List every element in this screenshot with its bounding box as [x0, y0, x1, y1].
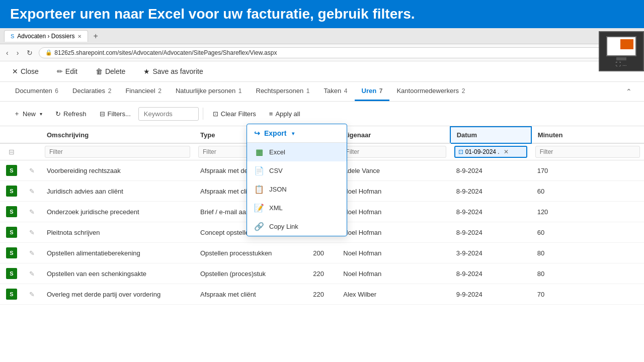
- monitor-label: ⛶ ...: [616, 61, 626, 67]
- browser-tab[interactable]: S Advocaten › Dossiers ✕: [4, 30, 88, 42]
- edit-action[interactable]: ✏ Edit: [53, 65, 82, 77]
- plus-icon: ＋: [14, 109, 20, 118]
- row-datum: 8-9-2024: [450, 181, 531, 202]
- back-button[interactable]: ‹: [4, 48, 11, 58]
- tab-close-btn[interactable]: ✕: [77, 34, 82, 39]
- row-omschrijving: Opstellen alimentatieberekening: [41, 243, 194, 263]
- filter-minuten-cell: [531, 143, 644, 160]
- row-type: Afspraak met cliënt: [194, 284, 307, 305]
- export-xml-item[interactable]: 📝 XML: [247, 199, 347, 217]
- keywords-input[interactable]: [138, 107, 199, 121]
- export-arrow-icon: ↪: [254, 129, 260, 137]
- favorite-action[interactable]: ★ Save as favorite: [139, 65, 207, 77]
- tab-natuurlijke-count: 1: [238, 87, 242, 95]
- row-omschrijving: Pleitnota schrijven: [41, 222, 194, 243]
- col-datum[interactable]: Datum: [450, 127, 531, 143]
- filters-button[interactable]: ⊟ Filters...: [94, 107, 136, 121]
- edit-pencil-icon[interactable]: ✎: [29, 167, 35, 174]
- copylink-label: Copy Link: [269, 223, 298, 230]
- row-edit-cell: ✎: [23, 284, 41, 305]
- export-excel-item[interactable]: ▦ Excel: [247, 143, 347, 161]
- excel-icon: ▦: [254, 147, 264, 157]
- tab-taken[interactable]: Taken 4: [316, 82, 354, 101]
- sp-file-icon: S: [6, 289, 17, 300]
- toolbar: ＋ New ▾ ↻ Refresh ⊟ Filters... ⊡ Clear F…: [0, 102, 644, 126]
- csv-label: CSV: [269, 167, 283, 174]
- json-label: JSON: [269, 186, 287, 193]
- new-button[interactable]: ＋ New ▾: [8, 106, 48, 122]
- row-datum: 9-9-2024: [450, 284, 531, 305]
- new-tab-button[interactable]: +: [90, 31, 101, 42]
- row-tarief: 220: [307, 263, 337, 284]
- row-filter-icon: ⊟: [9, 148, 15, 156]
- apply-all-button[interactable]: ≡ Apply all: [264, 107, 306, 121]
- edit-pencil-icon[interactable]: ✎: [29, 249, 35, 257]
- export-dropdown-header[interactable]: ↪ Export ▾: [247, 124, 347, 143]
- row-tarief: 200: [307, 243, 337, 263]
- row-minuten: 80: [531, 263, 644, 284]
- tab-documenten[interactable]: Documenten 6: [8, 82, 65, 101]
- col-eigenaar[interactable]: Eigenaar: [337, 127, 450, 143]
- row-eigenaar: Adele Vance: [337, 160, 450, 181]
- sp-file-icon: S: [6, 186, 17, 197]
- tab-rechtspersonen[interactable]: Rechtspersonen 1: [249, 82, 317, 101]
- edit-pencil-icon[interactable]: ✎: [29, 188, 35, 195]
- close-action[interactable]: ✕ Close: [8, 65, 43, 77]
- tab-kantoor[interactable]: Kantoormedewerkers 2: [389, 82, 472, 101]
- export-json-item[interactable]: 📋 JSON: [247, 180, 347, 199]
- tab-declaraties[interactable]: Declaraties 2: [65, 82, 118, 101]
- tab-financieel-count: 2: [158, 87, 162, 95]
- row-icon-cell: S: [0, 222, 23, 243]
- apply-all-label: Apply all: [275, 110, 300, 118]
- edit-pencil-icon[interactable]: ✎: [29, 208, 35, 216]
- row-minuten: 80: [531, 243, 644, 263]
- row-datum: 3-9-2024: [450, 243, 531, 263]
- col-omschrijving[interactable]: Omschrijving: [41, 127, 194, 143]
- monitor-orange-block: [620, 39, 633, 49]
- banner-text: Exporteer uren naar Excel voor uw factur…: [10, 6, 415, 22]
- row-omschrijving: Juridisch advies aan cliënt: [41, 181, 194, 202]
- row-eigenaar: Noel Hofman: [337, 222, 450, 243]
- tab-natuurlijke[interactable]: Natuurlijke personen 1: [169, 82, 249, 101]
- clear-filters-button[interactable]: ⊡ Clear Filters: [207, 107, 262, 121]
- filter-eigenaar-cell: [337, 143, 450, 160]
- edit-pencil-icon[interactable]: ✎: [29, 229, 35, 236]
- tab-declaraties-count: 2: [108, 87, 112, 95]
- star-icon: ★: [143, 67, 150, 75]
- tab-uren[interactable]: Uren 7: [355, 82, 390, 101]
- edit-pencil-icon[interactable]: ✎: [29, 270, 35, 278]
- row-eigenaar: Noel Hofman: [337, 181, 450, 202]
- address-bar[interactable]: 🔒 8126z5.sharepoint.com/sites/Advocaten/…: [39, 47, 640, 58]
- col-icon: [0, 127, 23, 143]
- refresh-button[interactable]: ↻: [25, 48, 35, 58]
- tab-declaraties-label: Declaraties: [72, 87, 105, 95]
- refresh-button[interactable]: ↻ Refresh: [50, 107, 92, 121]
- filter-eigenaar-input[interactable]: [341, 146, 446, 158]
- excel-label: Excel: [269, 148, 285, 156]
- delete-label: Delete: [105, 67, 125, 75]
- sp-file-icon: S: [6, 227, 17, 238]
- row-icon-cell: S: [0, 160, 23, 181]
- forward-button[interactable]: ›: [15, 48, 21, 58]
- edit-pencil-icon[interactable]: ✎: [29, 291, 35, 298]
- date-filter-clear-btn[interactable]: ✕: [504, 148, 509, 155]
- tab-financieel[interactable]: Financieel 2: [118, 82, 169, 101]
- date-filter-value: 01-09-2024 .: [465, 148, 500, 155]
- export-copylink-item[interactable]: 🔗 Copy Link: [247, 217, 347, 236]
- row-datum: 8-9-2024: [450, 263, 531, 284]
- row-omschrijving: Onderzoek juridische precedent: [41, 202, 194, 222]
- col-eigenaar-label: Eigenaar: [343, 131, 371, 139]
- filter-minuten-input[interactable]: [535, 146, 640, 158]
- csv-icon: 📄: [254, 166, 264, 175]
- delete-action[interactable]: 🗑 Delete: [92, 65, 129, 77]
- date-filter-display[interactable]: ⊡ 01-09-2024 . ✕: [454, 146, 527, 158]
- col-minuten[interactable]: Minuten: [531, 127, 644, 143]
- row-edit-cell: ✎: [23, 243, 41, 263]
- row-minuten: 120: [531, 202, 644, 222]
- export-csv-item[interactable]: 📄 CSV: [247, 161, 347, 180]
- col-omschrijving-label: Omschrijving: [47, 131, 89, 139]
- row-omschrijving: Opstellen van een schenkingsakte: [41, 263, 194, 284]
- filter-omschrijving-input[interactable]: [45, 146, 190, 158]
- tabs-collapse-btn[interactable]: ⌃: [622, 83, 636, 100]
- row-eigenaar: Noel Hofman: [337, 243, 450, 263]
